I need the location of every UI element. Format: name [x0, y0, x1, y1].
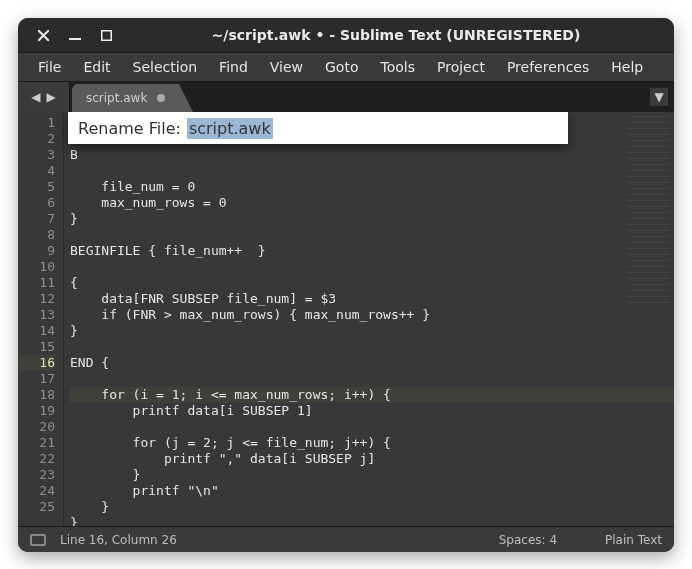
- app-window: ~/script.awk • - Sublime Text (UNREGISTE…: [18, 18, 674, 552]
- menu-file[interactable]: File: [28, 55, 71, 79]
- nav-back-icon[interactable]: ◀: [31, 90, 40, 104]
- code-line[interactable]: }: [70, 515, 674, 526]
- gutter-line-number: 17: [18, 371, 55, 387]
- code-line[interactable]: [70, 259, 674, 275]
- code-line[interactable]: }: [70, 323, 674, 339]
- minimap[interactable]: [628, 116, 670, 306]
- rename-prompt-input[interactable]: script.awk: [187, 118, 273, 139]
- code-line[interactable]: [70, 339, 674, 355]
- menubar: File Edit Selection Find View Goto Tools…: [18, 52, 674, 82]
- gutter-line-number: 6: [18, 195, 55, 211]
- editor-area: 1234567891011121314151617181920212223242…: [18, 112, 674, 526]
- code-line[interactable]: [70, 419, 674, 435]
- titlebar: ~/script.awk • - Sublime Text (UNREGISTE…: [18, 18, 674, 52]
- gutter-line-number: 20: [18, 419, 55, 435]
- gutter-line-number: 1: [18, 115, 55, 131]
- gutter-line-number: 14: [18, 323, 55, 339]
- gutter-line-number: 9: [18, 243, 55, 259]
- gutter-line-number: 5: [18, 179, 55, 195]
- code-line[interactable]: data[FNR SUBSEP file_num] = $3: [70, 291, 674, 307]
- code-line[interactable]: if (FNR > max_num_rows) { max_num_rows++…: [70, 307, 674, 323]
- gutter-line-number: 15: [18, 339, 55, 355]
- code-line[interactable]: file_num = 0: [70, 179, 674, 195]
- code-line[interactable]: for (j = 2; j <= file_num; j++) {: [70, 435, 674, 451]
- menu-tools[interactable]: Tools: [370, 55, 425, 79]
- gutter-line-number: 25: [18, 499, 55, 515]
- nav-arrows: ◀ ▶: [18, 82, 70, 112]
- code-line[interactable]: printf "\n": [70, 483, 674, 499]
- maximize-icon[interactable]: [101, 30, 112, 41]
- tab-label: script.awk: [86, 91, 147, 105]
- rename-prompt-label: Rename File:: [78, 119, 181, 138]
- gutter-line-number: 7: [18, 211, 55, 227]
- gutter-line-number: 2: [18, 131, 55, 147]
- gutter-line-number: 21: [18, 435, 55, 451]
- status-syntax[interactable]: Plain Text: [605, 533, 662, 547]
- code-line[interactable]: for (i = 1; i <= max_num_rows; i++) {: [70, 387, 674, 403]
- gutter-line-number: 16: [18, 355, 55, 371]
- menu-edit[interactable]: Edit: [73, 55, 120, 79]
- gutter-line-number: 19: [18, 403, 55, 419]
- panel-switcher-icon[interactable]: [30, 534, 46, 546]
- code-line[interactable]: [70, 227, 674, 243]
- gutter: 1234567891011121314151617181920212223242…: [18, 112, 64, 526]
- code-line[interactable]: }: [70, 211, 674, 227]
- code-line[interactable]: [70, 371, 674, 387]
- code-line[interactable]: [70, 163, 674, 179]
- code-line[interactable]: END {: [70, 355, 674, 371]
- code-line[interactable]: }: [70, 499, 674, 515]
- menu-selection[interactable]: Selection: [123, 55, 208, 79]
- status-position[interactable]: Line 16, Column 26: [60, 533, 177, 547]
- code-line[interactable]: printf data[i SUBSEP 1]: [70, 403, 674, 419]
- gutter-line-number: 12: [18, 291, 55, 307]
- gutter-line-number: 3: [18, 147, 55, 163]
- menu-view[interactable]: View: [260, 55, 313, 79]
- tab-dropdown-icon[interactable]: ▼: [650, 88, 668, 106]
- menu-help[interactable]: Help: [601, 55, 653, 79]
- code-line[interactable]: B: [70, 147, 674, 163]
- code-line[interactable]: }: [70, 467, 674, 483]
- minimize-icon[interactable]: [69, 30, 81, 41]
- gutter-line-number: 23: [18, 467, 55, 483]
- gutter-line-number: 18: [18, 387, 55, 403]
- gutter-line-number: 4: [18, 163, 55, 179]
- menu-goto[interactable]: Goto: [315, 55, 368, 79]
- close-icon[interactable]: [38, 30, 49, 41]
- code-line[interactable]: max_num_rows = 0: [70, 195, 674, 211]
- gutter-line-number: 13: [18, 307, 55, 323]
- status-indentation[interactable]: Spaces: 4: [499, 533, 557, 547]
- code-line[interactable]: BEGINFILE { file_num++ }: [70, 243, 674, 259]
- window-title: ~/script.awk • - Sublime Text (UNREGISTE…: [118, 27, 674, 43]
- gutter-line-number: 10: [18, 259, 55, 275]
- menu-project[interactable]: Project: [427, 55, 495, 79]
- tabbar: ◀ ▶ script.awk ▼: [18, 82, 674, 112]
- menu-find[interactable]: Find: [209, 55, 258, 79]
- gutter-line-number: 22: [18, 451, 55, 467]
- tab-dirty-indicator-icon: [157, 94, 165, 102]
- statusbar: Line 16, Column 26 Spaces: 4 Plain Text: [18, 526, 674, 552]
- gutter-line-number: 11: [18, 275, 55, 291]
- rename-file-prompt: Rename File: script.awk: [68, 112, 568, 144]
- code-line[interactable]: {: [70, 275, 674, 291]
- tab-script-awk[interactable]: script.awk: [72, 84, 179, 112]
- code-line[interactable]: printf "," data[i SUBSEP j]: [70, 451, 674, 467]
- menu-preferences[interactable]: Preferences: [497, 55, 599, 79]
- gutter-line-number: 24: [18, 483, 55, 499]
- code-view[interactable]: B file_num = 0 max_num_rows = 0}BEGINFIL…: [64, 112, 674, 526]
- nav-forward-icon[interactable]: ▶: [47, 90, 56, 104]
- gutter-line-number: 8: [18, 227, 55, 243]
- svg-rect-3: [102, 30, 112, 40]
